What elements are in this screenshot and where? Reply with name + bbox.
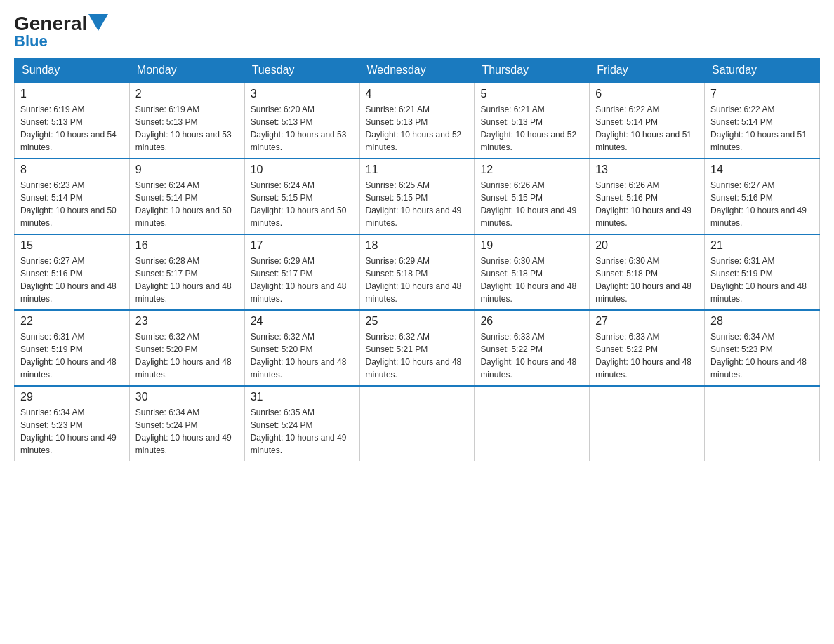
day-info: Sunrise: 6:27 AMSunset: 5:16 PMDaylight:… (20, 255, 124, 305)
day-number: 28 (710, 315, 814, 328)
day-number: 12 (480, 163, 583, 176)
calendar-cell: 10 Sunrise: 6:24 AMSunset: 5:15 PMDaylig… (244, 159, 359, 234)
header-tuesday: Tuesday (244, 58, 359, 83)
day-info: Sunrise: 6:28 AMSunset: 5:17 PMDaylight:… (135, 255, 239, 305)
calendar-cell: 22 Sunrise: 6:31 AMSunset: 5:19 PMDaylig… (15, 310, 130, 386)
calendar-cell (590, 386, 705, 461)
week-row-3: 15 Sunrise: 6:27 AMSunset: 5:16 PMDaylig… (15, 234, 820, 310)
day-number: 17 (251, 239, 354, 252)
header-wednesday: Wednesday (359, 58, 475, 83)
header-saturday: Saturday (705, 58, 820, 83)
calendar-cell: 8 Sunrise: 6:23 AMSunset: 5:14 PMDayligh… (15, 159, 130, 234)
logo-general: General (14, 14, 87, 34)
header-sunday: Sunday (15, 58, 130, 83)
calendar-cell: 17 Sunrise: 6:29 AMSunset: 5:17 PMDaylig… (244, 234, 359, 310)
day-number: 9 (135, 163, 239, 176)
logo-blue: Blue (14, 32, 48, 51)
week-row-5: 29 Sunrise: 6:34 AMSunset: 5:23 PMDaylig… (15, 386, 820, 461)
calendar-cell: 7 Sunrise: 6:22 AMSunset: 5:14 PMDayligh… (705, 83, 820, 159)
day-info: Sunrise: 6:34 AMSunset: 5:24 PMDaylight:… (135, 406, 239, 457)
day-number: 29 (20, 391, 124, 403)
day-info: Sunrise: 6:21 AMSunset: 5:13 PMDaylight:… (366, 103, 469, 154)
day-number: 16 (135, 239, 239, 252)
day-number: 3 (251, 88, 354, 100)
day-number: 7 (710, 88, 814, 100)
day-info: Sunrise: 6:31 AMSunset: 5:19 PMDaylight:… (710, 255, 814, 305)
day-number: 8 (20, 163, 124, 176)
calendar-cell: 29 Sunrise: 6:34 AMSunset: 5:23 PMDaylig… (15, 386, 130, 461)
calendar-cell: 28 Sunrise: 6:34 AMSunset: 5:23 PMDaylig… (705, 310, 820, 386)
calendar-cell: 21 Sunrise: 6:31 AMSunset: 5:19 PMDaylig… (705, 234, 820, 310)
day-info: Sunrise: 6:24 AMSunset: 5:14 PMDaylight:… (135, 179, 239, 229)
day-info: Sunrise: 6:35 AMSunset: 5:24 PMDaylight:… (251, 406, 354, 457)
day-number: 5 (480, 88, 583, 100)
week-row-4: 22 Sunrise: 6:31 AMSunset: 5:19 PMDaylig… (15, 310, 820, 386)
day-info: Sunrise: 6:34 AMSunset: 5:23 PMDaylight:… (710, 330, 814, 381)
day-number: 13 (595, 163, 699, 176)
day-info: Sunrise: 6:24 AMSunset: 5:15 PMDaylight:… (251, 179, 354, 229)
day-number: 1 (20, 88, 124, 100)
calendar-cell: 13 Sunrise: 6:26 AMSunset: 5:16 PMDaylig… (590, 159, 705, 234)
day-number: 4 (366, 88, 469, 100)
calendar-cell: 19 Sunrise: 6:30 AMSunset: 5:18 PMDaylig… (475, 234, 590, 310)
day-info: Sunrise: 6:30 AMSunset: 5:18 PMDaylight:… (480, 255, 583, 305)
day-info: Sunrise: 6:22 AMSunset: 5:14 PMDaylight:… (595, 103, 699, 154)
calendar-cell: 26 Sunrise: 6:33 AMSunset: 5:22 PMDaylig… (475, 310, 590, 386)
day-number: 25 (366, 315, 469, 328)
calendar-cell: 30 Sunrise: 6:34 AMSunset: 5:24 PMDaylig… (129, 386, 244, 461)
day-info: Sunrise: 6:23 AMSunset: 5:14 PMDaylight:… (20, 179, 124, 229)
calendar-cell: 24 Sunrise: 6:32 AMSunset: 5:20 PMDaylig… (244, 310, 359, 386)
day-info: Sunrise: 6:30 AMSunset: 5:18 PMDaylight:… (595, 255, 699, 305)
header-friday: Friday (590, 58, 705, 83)
calendar-cell: 16 Sunrise: 6:28 AMSunset: 5:17 PMDaylig… (129, 234, 244, 310)
day-number: 2 (135, 88, 239, 100)
calendar-cell: 1 Sunrise: 6:19 AMSunset: 5:13 PMDayligh… (15, 83, 130, 159)
day-number: 14 (710, 163, 814, 176)
page-header: General Blue (14, 14, 820, 51)
day-number: 26 (480, 315, 583, 328)
calendar-cell: 23 Sunrise: 6:32 AMSunset: 5:20 PMDaylig… (129, 310, 244, 386)
svg-marker-0 (88, 14, 108, 31)
day-number: 21 (710, 239, 814, 252)
day-info: Sunrise: 6:29 AMSunset: 5:17 PMDaylight:… (251, 255, 354, 305)
day-info: Sunrise: 6:32 AMSunset: 5:20 PMDaylight:… (251, 330, 354, 381)
day-info: Sunrise: 6:19 AMSunset: 5:13 PMDaylight:… (135, 103, 239, 154)
day-number: 31 (251, 391, 354, 403)
calendar-cell: 4 Sunrise: 6:21 AMSunset: 5:13 PMDayligh… (359, 83, 475, 159)
week-row-2: 8 Sunrise: 6:23 AMSunset: 5:14 PMDayligh… (15, 159, 820, 234)
day-info: Sunrise: 6:26 AMSunset: 5:15 PMDaylight:… (480, 179, 583, 229)
header-monday: Monday (129, 58, 244, 83)
day-number: 6 (595, 88, 699, 100)
header-thursday: Thursday (475, 58, 590, 83)
calendar-cell: 31 Sunrise: 6:35 AMSunset: 5:24 PMDaylig… (244, 386, 359, 461)
calendar-cell: 25 Sunrise: 6:32 AMSunset: 5:21 PMDaylig… (359, 310, 475, 386)
calendar-cell (359, 386, 475, 461)
week-row-1: 1 Sunrise: 6:19 AMSunset: 5:13 PMDayligh… (15, 83, 820, 159)
day-info: Sunrise: 6:25 AMSunset: 5:15 PMDaylight:… (366, 179, 469, 229)
calendar-table: SundayMondayTuesdayWednesdayThursdayFrid… (14, 58, 820, 461)
calendar-cell: 14 Sunrise: 6:27 AMSunset: 5:16 PMDaylig… (705, 159, 820, 234)
day-number: 27 (595, 315, 699, 328)
day-info: Sunrise: 6:21 AMSunset: 5:13 PMDaylight:… (480, 103, 583, 154)
day-info: Sunrise: 6:31 AMSunset: 5:19 PMDaylight:… (20, 330, 124, 381)
day-info: Sunrise: 6:27 AMSunset: 5:16 PMDaylight:… (710, 179, 814, 229)
day-number: 20 (595, 239, 699, 252)
calendar-cell: 2 Sunrise: 6:19 AMSunset: 5:13 PMDayligh… (129, 83, 244, 159)
calendar-cell: 20 Sunrise: 6:30 AMSunset: 5:18 PMDaylig… (590, 234, 705, 310)
day-number: 15 (20, 239, 124, 252)
calendar-cell (475, 386, 590, 461)
calendar-cell (705, 386, 820, 461)
day-info: Sunrise: 6:20 AMSunset: 5:13 PMDaylight:… (251, 103, 354, 154)
calendar-cell: 15 Sunrise: 6:27 AMSunset: 5:16 PMDaylig… (15, 234, 130, 310)
calendar-cell: 5 Sunrise: 6:21 AMSunset: 5:13 PMDayligh… (475, 83, 590, 159)
day-number: 22 (20, 315, 124, 328)
day-info: Sunrise: 6:32 AMSunset: 5:20 PMDaylight:… (135, 330, 239, 381)
calendar-cell: 11 Sunrise: 6:25 AMSunset: 5:15 PMDaylig… (359, 159, 475, 234)
calendar-cell: 6 Sunrise: 6:22 AMSunset: 5:14 PMDayligh… (590, 83, 705, 159)
calendar-cell: 27 Sunrise: 6:33 AMSunset: 5:22 PMDaylig… (590, 310, 705, 386)
day-number: 11 (366, 163, 469, 176)
day-number: 10 (251, 163, 354, 176)
day-number: 19 (480, 239, 583, 252)
day-info: Sunrise: 6:26 AMSunset: 5:16 PMDaylight:… (595, 179, 699, 229)
calendar-cell: 18 Sunrise: 6:29 AMSunset: 5:18 PMDaylig… (359, 234, 475, 310)
